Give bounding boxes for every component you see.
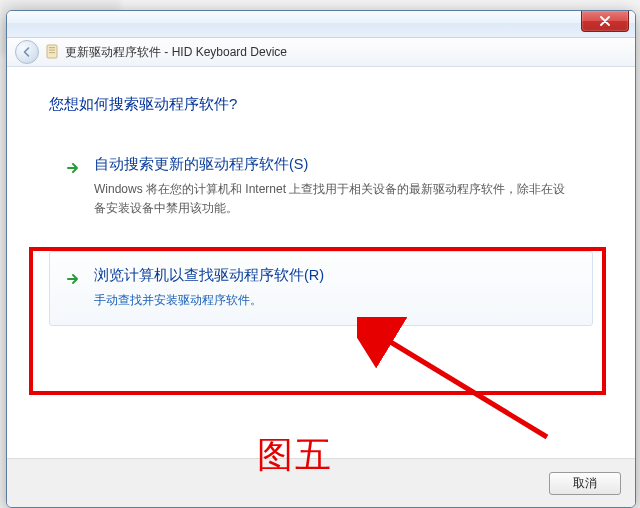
option-title: 自动搜索更新的驱动程序软件(S) bbox=[94, 155, 576, 174]
content-area: 您想如何搜索驱动程序软件? 自动搜索更新的驱动程序软件(S) Windows 将… bbox=[7, 67, 635, 485]
option-auto-search[interactable]: 自动搜索更新的驱动程序软件(S) Windows 将在您的计算机和 Intern… bbox=[49, 140, 593, 233]
svg-rect-0 bbox=[47, 45, 57, 58]
device-icon bbox=[45, 44, 59, 60]
titlebar bbox=[7, 11, 635, 38]
option-desc: 手动查找并安装驱动程序软件。 bbox=[94, 291, 576, 310]
cancel-button[interactable]: 取消 bbox=[549, 472, 621, 495]
arrow-right-icon bbox=[64, 270, 82, 288]
navbar-title: 更新驱动程序软件 - HID Keyboard Device bbox=[65, 44, 287, 61]
close-icon bbox=[600, 16, 610, 26]
page-heading: 您想如何搜索驱动程序软件? bbox=[49, 95, 593, 114]
svg-rect-3 bbox=[49, 52, 55, 53]
option-browse-computer[interactable]: 浏览计算机以查找驱动程序软件(R) 手动查找并安装驱动程序软件。 bbox=[49, 251, 593, 325]
arrow-right-icon bbox=[64, 159, 82, 177]
option-title: 浏览计算机以查找驱动程序软件(R) bbox=[94, 266, 576, 285]
navbar: 更新驱动程序软件 - HID Keyboard Device bbox=[7, 38, 635, 67]
option-desc: Windows 将在您的计算机和 Internet 上查找用于相关设备的最新驱动… bbox=[94, 180, 576, 218]
svg-rect-1 bbox=[49, 47, 55, 48]
dialog-window: 更新驱动程序软件 - HID Keyboard Device 您想如何搜索驱动程… bbox=[6, 10, 636, 508]
back-button[interactable] bbox=[15, 40, 39, 64]
arrow-left-icon bbox=[22, 47, 32, 57]
close-button[interactable] bbox=[581, 11, 629, 32]
annotation-caption: 图五 bbox=[257, 431, 333, 480]
svg-rect-2 bbox=[49, 50, 55, 51]
